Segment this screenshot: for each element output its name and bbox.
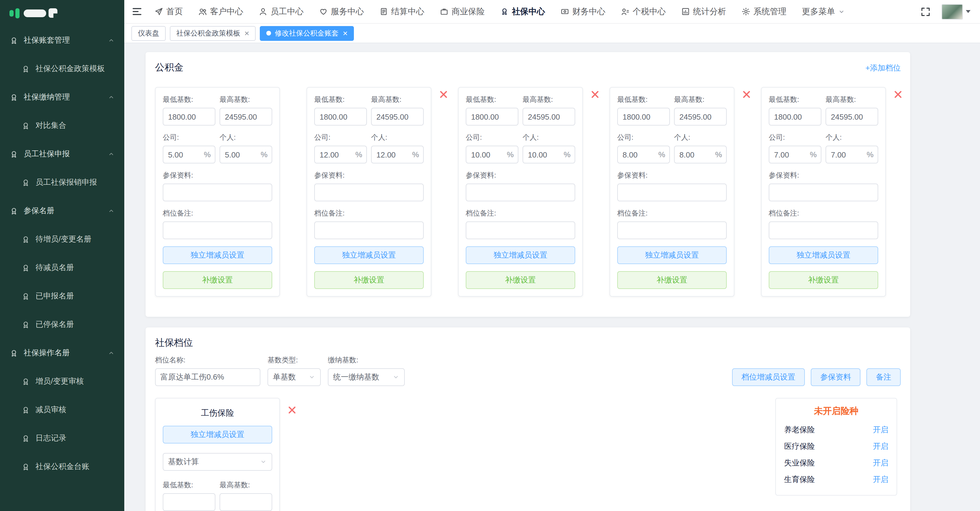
max-base-input[interactable] (674, 108, 727, 126)
pay-base-value: 统一缴纳基数 (333, 372, 379, 383)
remove-tier-icon[interactable] (589, 89, 601, 100)
close-icon[interactable]: × (343, 29, 347, 37)
independent-staff-button[interactable]: 独立增减员设置 (163, 246, 272, 264)
max-base-input[interactable] (371, 108, 424, 126)
sidebar-group-account-mgmt[interactable]: 社保账套管理 (0, 26, 124, 54)
remark-input[interactable] (466, 222, 575, 239)
nav-item-more-menu[interactable]: 更多菜单 (802, 6, 845, 17)
add-tier-link[interactable]: +添加档位 (865, 62, 901, 73)
supplement-button[interactable]: 补缴设置 (163, 271, 272, 289)
active-tab-dot (266, 31, 271, 35)
min-base-input[interactable] (617, 108, 670, 126)
base-type-select[interactable]: 单基数 (267, 368, 321, 386)
sidebar-item-pending-remove[interactable]: 待减员名册 (0, 254, 124, 282)
independent-staff-button[interactable]: 独立增减员设置 (617, 246, 727, 264)
remark-button[interactable]: 备注 (866, 368, 901, 386)
min-base-input[interactable] (769, 108, 821, 126)
insurance-name: 养老保险 (784, 425, 815, 435)
max-base-input[interactable] (523, 108, 575, 126)
sidebar-item-remove-audit[interactable]: 减员审核 (0, 396, 124, 424)
nav-item-statistics[interactable]: 统计分析 (681, 6, 726, 17)
enable-link[interactable]: 开启 (873, 474, 888, 485)
nav-item-customer-center[interactable]: 客户中心 (198, 6, 243, 17)
nav-item-system-mgmt[interactable]: 系统管理 (741, 6, 786, 17)
independent-staff-button[interactable]: 独立增减员设置 (163, 426, 272, 444)
material-button[interactable]: 参保资料 (811, 368, 861, 386)
supplement-button[interactable]: 补缴设置 (617, 271, 727, 289)
enable-link[interactable]: 开启 (873, 458, 888, 468)
base-calc-select[interactable]: 基数计算 (163, 453, 272, 471)
independent-staff-button[interactable]: 独立增减员设置 (314, 246, 424, 264)
remark-input[interactable] (163, 222, 272, 239)
nav-item-tax-center[interactable]: 个税中心 (621, 6, 666, 17)
enable-link[interactable]: 开启 (873, 425, 888, 435)
sidebar-item-reimburse-declare[interactable]: 员工社保报销申报 (0, 168, 124, 196)
sidebar-item-compare-set[interactable]: 对比集合 (0, 111, 124, 140)
menu-collapse-icon[interactable] (131, 6, 143, 17)
tier-name-input[interactable] (155, 368, 260, 386)
sidebar-item-stopped[interactable]: 已停保名册 (0, 310, 124, 339)
material-label: 参保资料: (466, 171, 575, 180)
max-base-input[interactable] (220, 493, 272, 511)
company-label: 公司: (314, 133, 367, 143)
sidebar-item-label: 待增员/变更名册 (35, 234, 91, 244)
remove-insurance-icon[interactable] (286, 404, 298, 416)
enable-link[interactable]: 开启 (873, 441, 888, 452)
supplement-button[interactable]: 补缴设置 (466, 271, 575, 289)
min-base-input[interactable] (163, 493, 215, 511)
nav-item-commercial-insurance[interactable]: 商业保险 (440, 6, 485, 17)
disabled-insurance-row: 医疗保险 开启 (784, 438, 888, 455)
independent-staff-button[interactable]: 独立增减员设置 (769, 246, 878, 264)
sidebar-group-operation-roster[interactable]: 社保操作名册 (0, 339, 124, 367)
material-input[interactable] (769, 184, 878, 201)
sidebar-group-payment-mgmt[interactable]: 社保缴纳管理 (0, 83, 124, 111)
sidebar-item-add-audit[interactable]: 增员/变更审核 (0, 367, 124, 396)
remove-tier-icon[interactable] (741, 89, 752, 100)
tab-edit-social-account[interactable]: 修改社保公积金账套 × (260, 26, 354, 41)
material-input[interactable] (314, 184, 424, 201)
sidebar-group-insured-roster[interactable]: 参保名册 (0, 196, 124, 225)
independent-staff-button[interactable]: 独立增减员设置 (466, 246, 575, 264)
sidebar-item-pending-add[interactable]: 待增员/变更名册 (0, 225, 124, 254)
badge-icon (21, 235, 30, 244)
insurance-name: 生育保险 (784, 474, 815, 485)
user-menu[interactable] (942, 4, 970, 19)
remove-tier-icon[interactable] (438, 89, 449, 100)
tab-dashboard[interactable]: 仪表盘 (131, 26, 166, 41)
remark-input[interactable] (314, 222, 424, 239)
tab-policy-template[interactable]: 社保公积金政策模板 × (170, 26, 256, 41)
min-base-input[interactable] (314, 108, 367, 126)
nav-item-social-center[interactable]: 社保中心 (500, 6, 545, 17)
fullscreen-icon[interactable] (920, 6, 931, 17)
sidebar-item-ledger[interactable]: 社保公积金台账 (0, 452, 124, 481)
badge-icon (21, 263, 30, 272)
personal-label: 个人: (523, 133, 575, 143)
max-base-input[interactable] (826, 108, 878, 126)
remark-input[interactable] (769, 222, 878, 239)
sidebar-group-employee-declare[interactable]: 员工社保申报 (0, 140, 124, 168)
remove-tier-icon[interactable] (892, 89, 904, 100)
nav-item-finance-center[interactable]: 财务中心 (560, 6, 605, 17)
supplement-button[interactable]: 补缴设置 (769, 271, 878, 289)
remark-input[interactable] (617, 222, 727, 239)
top-bar: 首页 客户中心 员工中心 服务中心 结算中心 商业保险 (124, 0, 980, 24)
material-input[interactable] (163, 184, 272, 201)
briefcase-icon (440, 7, 449, 16)
tier-staff-button[interactable]: 档位增减员设置 (732, 368, 805, 386)
nav-item-settlement-center[interactable]: 结算中心 (379, 6, 424, 17)
material-input[interactable] (617, 184, 727, 201)
min-base-input[interactable] (466, 108, 519, 126)
max-base-input[interactable] (220, 108, 272, 126)
supplement-button[interactable]: 补缴设置 (314, 271, 424, 289)
close-icon[interactable]: × (244, 29, 249, 37)
nav-item-home[interactable]: 首页 (154, 6, 183, 17)
sidebar-item-log[interactable]: 日志记录 (0, 424, 124, 452)
sidebar-item-declared[interactable]: 已申报名册 (0, 282, 124, 310)
material-input[interactable] (466, 184, 575, 201)
pay-base-select[interactable]: 统一缴纳基数 (328, 368, 405, 386)
nav-item-employee-center[interactable]: 员工中心 (259, 6, 304, 17)
min-base-input[interactable] (163, 108, 215, 126)
sidebar-item-label: 员工社保报销申报 (35, 177, 97, 188)
sidebar-item-policy-template[interactable]: 社保公积金政策模板 (0, 54, 124, 83)
nav-item-service-center[interactable]: 服务中心 (319, 6, 364, 17)
